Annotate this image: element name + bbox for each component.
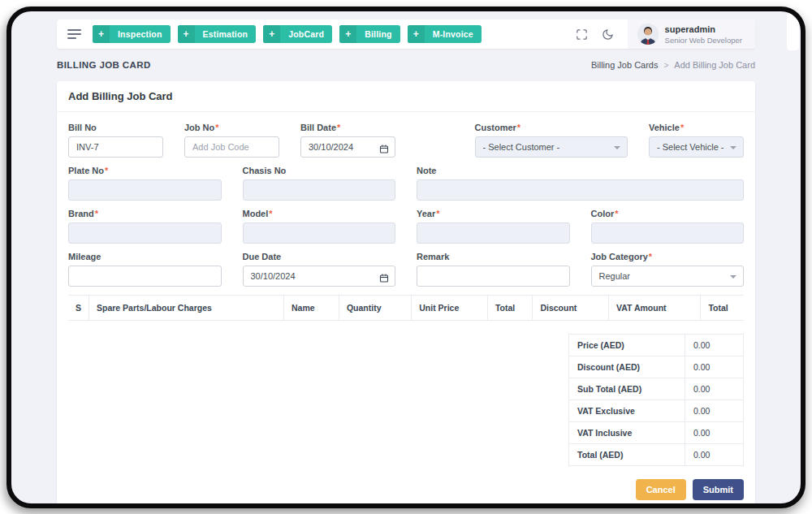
note-field: Note [417, 166, 744, 201]
menu-icon[interactable] [67, 29, 82, 39]
breadcrumb-separator: > [663, 61, 668, 70]
bill-no-field: Bill No [68, 123, 163, 158]
col-quantity: Quantity [339, 296, 411, 321]
scrollbar-thumb[interactable] [787, 13, 799, 50]
user-role: Senior Web Developer [665, 36, 742, 45]
col-discount: Discount [533, 296, 609, 321]
avatar [637, 24, 659, 45]
card-title: Add Billing Job Card [57, 81, 755, 112]
plate-no-input [68, 179, 222, 201]
vat-inclusive-value: 0.00 [685, 422, 744, 444]
page-title: BILLING JOB CARD [57, 60, 151, 70]
summary-row: Total (AED) 0.00 [569, 444, 744, 466]
year-input [417, 222, 570, 244]
model-input [243, 222, 396, 244]
summary-row: Discount (AED) 0.00 [569, 356, 744, 378]
col-unit-price: Unit Price [412, 296, 488, 321]
billing-job-card-form-card: Add Billing Job Card Bill No Job No* Bil… [57, 81, 755, 508]
chasis-no-field: Chasis No [243, 166, 396, 201]
chasis-no-input [243, 179, 396, 201]
fullscreen-icon[interactable] [576, 28, 588, 41]
year-field: Year* [417, 209, 570, 244]
plus-icon: + [263, 25, 280, 43]
color-field: Color* [591, 209, 745, 244]
brand-field: Brand* [68, 209, 222, 244]
chevron-down-icon [730, 146, 736, 149]
add-inspection-button[interactable]: + Inspection [93, 25, 171, 43]
job-no-field: Job No* [184, 123, 279, 158]
calendar-icon[interactable] [379, 273, 389, 283]
spare-parts-table: S Spare Parts/Labour Charges Name Quanti… [68, 295, 744, 321]
subtotal-value: 0.00 [685, 378, 744, 400]
remark-input[interactable] [417, 266, 570, 287]
price-value: 0.00 [685, 335, 744, 356]
col-name: Name [284, 296, 339, 321]
model-field: Model* [243, 209, 396, 244]
vehicle-field: Vehicle* - Select Vehicle - [649, 123, 744, 158]
table-header-row: S Spare Parts/Labour Charges Name Quanti… [68, 296, 744, 321]
user-menu[interactable]: superadmin Senior Web Developer [628, 19, 755, 49]
col-total-2: Total [701, 296, 744, 321]
dark-mode-moon-icon[interactable] [602, 28, 614, 41]
remark-field: Remark [417, 252, 570, 287]
job-no-input[interactable] [184, 136, 279, 158]
plus-icon: + [339, 25, 356, 43]
brand-input [68, 222, 222, 244]
due-date-field: Due Date [243, 252, 396, 287]
note-input [417, 179, 744, 201]
customer-select[interactable]: - Select Customer - [475, 136, 628, 158]
summary-row: Price (AED) 0.00 [569, 335, 744, 356]
plus-icon: + [178, 25, 195, 43]
breadcrumb-current: Add Billing Job Card [674, 60, 755, 70]
bill-date-field: Bill Date* [300, 123, 395, 158]
discount-value: 0.00 [685, 356, 744, 378]
plus-icon: + [93, 25, 110, 43]
chevron-down-icon [614, 146, 620, 149]
bill-no-input[interactable] [68, 136, 163, 158]
add-jobcard-button[interactable]: + JobCard [263, 25, 332, 43]
breadcrumb-parent[interactable]: Billing Job Cards [591, 60, 659, 70]
totals-summary-table: Price (AED) 0.00 Discount (AED) 0.00 Sub… [568, 334, 744, 466]
calendar-icon[interactable] [379, 144, 389, 154]
add-m-invoice-button[interactable]: + M-Invoice [408, 25, 482, 43]
user-name: superadmin [665, 24, 742, 34]
vat-exclusive-value: 0.00 [685, 400, 744, 422]
mileage-field: Mileage [68, 252, 222, 287]
top-navbar: + Inspection + Estimation + JobCard + Bi… [57, 19, 755, 49]
total-value: 0.00 [685, 444, 744, 466]
due-date-input[interactable] [243, 266, 396, 287]
job-category-select[interactable]: Regular [591, 266, 745, 287]
add-estimation-button[interactable]: + Estimation [178, 25, 257, 43]
col-serial: S [68, 296, 89, 321]
col-total: Total [487, 296, 533, 321]
summary-row: VAT Inclusive 0.00 [569, 422, 744, 444]
col-vat-amount: VAT Amount [608, 296, 700, 321]
submit-button[interactable]: Submit [693, 479, 744, 500]
plate-no-field: Plate No* [68, 166, 222, 201]
customer-field: Customer* - Select Customer - [475, 123, 628, 158]
color-input [591, 222, 745, 244]
breadcrumb: Billing Job Cards > Add Billing Job Card [591, 60, 755, 70]
job-category-field: Job Category* Regular [591, 252, 745, 287]
summary-row: Sub Total (AED) 0.00 [569, 378, 744, 400]
vehicle-select[interactable]: - Select Vehicle - [649, 136, 744, 158]
mileage-input[interactable] [68, 266, 222, 287]
col-spare-parts: Spare Parts/Labour Charges [89, 296, 284, 321]
chevron-down-icon [730, 275, 736, 279]
summary-row: VAT Exclusive 0.00 [569, 400, 744, 422]
device-frame: + Inspection + Estimation + JobCard + Bi… [6, 6, 806, 508]
add-billing-button[interactable]: + Billing [339, 25, 400, 43]
plus-icon: + [408, 25, 425, 43]
cancel-button[interactable]: Cancel [636, 479, 686, 500]
